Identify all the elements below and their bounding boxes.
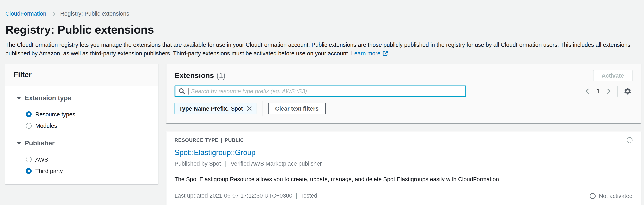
page-description-text: The CloudFormation registry lets you man… xyxy=(6,42,630,57)
radio-label: AWS xyxy=(36,156,48,163)
separator: | xyxy=(225,160,226,167)
filter-chip: Type Name Prefix: Spot xyxy=(174,103,256,114)
filter-section-publisher-header[interactable]: Publisher xyxy=(14,139,150,148)
filter-panel-body: Extension type Resource types Modules xyxy=(6,86,158,184)
extensions-title: Extensions(1) xyxy=(174,71,226,80)
pagination: 1 xyxy=(584,86,632,96)
breadcrumb-separator-icon xyxy=(50,11,56,17)
extension-last-updated: Last updated 2021-06-07 17:12:30 UTC+030… xyxy=(174,191,632,200)
radio-selected-icon xyxy=(26,168,32,174)
not-activated-icon xyxy=(590,193,596,199)
clear-text-filters-button[interactable]: Clear text filters xyxy=(268,103,326,114)
close-icon xyxy=(247,106,252,111)
activate-button[interactable]: Activate xyxy=(593,70,632,81)
external-link-icon xyxy=(382,51,388,56)
status-not-activated: Not activated xyxy=(590,193,632,199)
radio-unselected-icon xyxy=(26,157,32,162)
filter-panel: Filter Extension type Resource types Mod… xyxy=(6,64,158,184)
learn-more-link[interactable]: Learn more xyxy=(351,50,388,57)
breadcrumb-link-cloudformation[interactable]: CloudFormation xyxy=(6,10,46,18)
radio-label: Third party xyxy=(36,168,63,174)
divider xyxy=(14,106,150,106)
breadcrumb: CloudFormation Registry: Public extensio… xyxy=(0,0,644,18)
divider xyxy=(14,151,150,151)
caret-down-icon xyxy=(17,97,21,99)
radio-label: Resource types xyxy=(36,111,75,118)
filter-section-publisher: Publisher AWS Third party xyxy=(14,139,150,174)
filter-section-label: Publisher xyxy=(24,139,54,148)
filter-chip-value: Spot xyxy=(231,105,243,112)
radio-unselected-icon xyxy=(26,123,32,129)
breadcrumb-current: Registry: Public extensions xyxy=(60,10,129,18)
divider xyxy=(262,101,262,116)
extension-card: RESOURCE TYPE|PUBLIC Spot::Elastigroup::… xyxy=(166,132,640,205)
radio-option-third-party[interactable]: Third party xyxy=(26,168,150,174)
extensions-main: Extensions(1) Activate 1 xyxy=(166,64,640,205)
radio-selected-icon xyxy=(26,111,32,117)
search-input[interactable] xyxy=(174,85,466,97)
radio-option-resource-types[interactable]: Resource types xyxy=(26,111,150,118)
filter-chip-label: Type Name Prefix: xyxy=(179,105,229,112)
extensions-count: (1) xyxy=(216,72,226,80)
chip-close-button[interactable] xyxy=(246,105,253,112)
radio-option-aws[interactable]: AWS xyxy=(26,156,150,163)
content-area: Filter Extension type Resource types Mod… xyxy=(6,64,641,205)
chevron-right-icon xyxy=(605,88,612,95)
extension-select-radio[interactable] xyxy=(627,137,632,143)
page-description: The CloudFormation registry lets you man… xyxy=(0,41,644,58)
cloudformation-registry-page: CloudFormation Registry: Public extensio… xyxy=(0,0,644,205)
filter-section-extension-type-header[interactable]: Extension type xyxy=(14,94,150,102)
pagination-current-page: 1 xyxy=(596,88,600,95)
tested-label: Tested xyxy=(300,192,318,199)
search-box xyxy=(174,85,466,97)
pagination-prev-button[interactable] xyxy=(584,87,592,95)
page-title: Registry: Public extensions xyxy=(0,23,644,37)
filter-panel-title: Filter xyxy=(6,64,158,86)
chevron-left-icon xyxy=(584,88,591,95)
filter-section-label: Extension type xyxy=(24,94,71,102)
separator: | xyxy=(221,137,222,143)
extension-category: RESOURCE TYPE|PUBLIC xyxy=(174,137,632,143)
extensions-header-card: Extensions(1) Activate 1 xyxy=(166,64,640,123)
extension-description: The Spot Elastigroup Resource allows you… xyxy=(174,175,632,183)
divider xyxy=(617,86,618,96)
settings-button[interactable] xyxy=(622,86,632,96)
radio-option-modules[interactable]: Modules xyxy=(26,122,150,129)
gear-icon xyxy=(624,87,632,95)
pagination-next-button[interactable] xyxy=(604,87,612,95)
extension-title-link[interactable]: Spot::Elastigroup::Group xyxy=(174,148,256,157)
filter-section-extension-type: Extension type Resource types Modules xyxy=(14,94,150,129)
radio-label: Modules xyxy=(36,122,57,129)
caret-down-icon xyxy=(17,142,21,145)
separator: | xyxy=(296,192,297,199)
extension-publisher-line: Published by Spot|Verified AWS Marketpla… xyxy=(174,159,632,168)
status-text: Not activated xyxy=(599,193,632,199)
